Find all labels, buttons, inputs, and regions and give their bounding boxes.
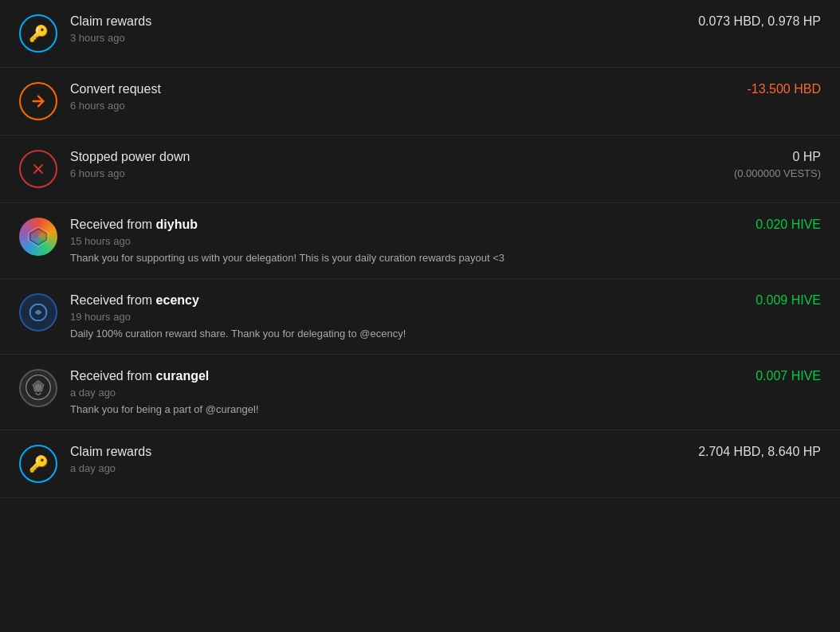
transaction-memo: Thank you for being a part of @curangel!	[70, 403, 665, 415]
transaction-content: Convert request 6 hours ago	[70, 82, 665, 116]
transaction-time: 6 hours ago	[70, 167, 665, 179]
transaction-content: Stopped power down 6 hours ago	[70, 150, 665, 184]
transaction-amount: 2.704 HBD, 8.640 HP	[677, 445, 821, 459]
transaction-title: Convert request	[70, 82, 665, 96]
transaction-memo: Thank you for supporting us with your de…	[70, 252, 665, 264]
svg-point-7	[35, 383, 42, 391]
transaction-content: Received from curangel a day ago Thank y…	[70, 369, 665, 415]
transaction-time: 15 hours ago	[70, 235, 665, 247]
amount-primary: 0.007 HIVE	[677, 369, 821, 383]
transaction-time: 19 hours ago	[70, 311, 665, 323]
transaction-amount: -13.500 HBD	[677, 82, 821, 96]
transaction-amount: 0.007 HIVE	[677, 369, 821, 383]
amount-primary: 0 HP	[677, 150, 821, 164]
list-item[interactable]: Convert request 6 hours ago -13.500 HBD	[0, 68, 840, 135]
amount-primary: -13.500 HBD	[677, 82, 821, 96]
list-item[interactable]: Received from ecency 19 hours ago Daily …	[0, 279, 840, 355]
amount-primary: 0.020 HIVE	[677, 218, 821, 232]
transaction-time: a day ago	[70, 462, 665, 474]
transaction-time: 3 hours ago	[70, 32, 665, 44]
stopped-icon	[19, 150, 57, 188]
claim-rewards-icon: 🔑	[19, 445, 57, 483]
claim-rewards-icon: 🔑	[19, 14, 57, 53]
transaction-content: Claim rewards 3 hours ago	[70, 14, 665, 49]
list-item[interactable]: Received from curangel a day ago Thank y…	[0, 355, 840, 430]
transaction-time: 6 hours ago	[70, 100, 665, 112]
amount-secondary: (0.000000 VESTS)	[677, 167, 821, 179]
transaction-amount: 0.009 HIVE	[677, 293, 821, 308]
ecency-avatar	[19, 293, 57, 332]
amount-primary: 0.009 HIVE	[677, 293, 821, 308]
transaction-amount: 0.020 HIVE	[677, 218, 821, 232]
transaction-title: Received from curangel	[70, 369, 665, 383]
transaction-time: a day ago	[70, 387, 665, 398]
transaction-title: Received from ecency	[70, 293, 665, 308]
transaction-title: Received from diyhub	[70, 218, 665, 232]
amount-primary: 0.073 HBD, 0.978 HP	[677, 14, 821, 29]
transaction-amount: 0 HP (0.000000 VESTS)	[677, 150, 821, 179]
transaction-content: Claim rewards a day ago	[70, 445, 665, 479]
transaction-amount: 0.073 HBD, 0.978 HP	[677, 14, 821, 29]
list-item[interactable]: Received from diyhub 15 hours ago Thank …	[0, 203, 840, 279]
list-item[interactable]: 🔑 Claim rewards 3 hours ago 0.073 HBD, 0…	[0, 0, 840, 68]
list-item[interactable]: Stopped power down 6 hours ago 0 HP (0.0…	[0, 135, 840, 203]
diyhub-avatar	[19, 218, 57, 256]
transaction-title: Stopped power down	[70, 150, 665, 164]
transaction-title: Claim rewards	[70, 445, 665, 459]
transaction-title: Claim rewards	[70, 14, 665, 29]
list-item[interactable]: 🔑 Claim rewards a day ago 2.704 HBD, 8.6…	[0, 430, 840, 498]
transaction-list: 🔑 Claim rewards 3 hours ago 0.073 HBD, 0…	[0, 0, 840, 498]
transaction-content: Received from ecency 19 hours ago Daily …	[70, 293, 665, 340]
convert-icon	[19, 82, 57, 120]
curangel-avatar	[19, 369, 57, 407]
transaction-memo: Daily 100% curation reward share. Thank …	[70, 328, 665, 340]
amount-primary: 2.704 HBD, 8.640 HP	[677, 445, 821, 459]
transaction-content: Received from diyhub 15 hours ago Thank …	[70, 218, 665, 264]
